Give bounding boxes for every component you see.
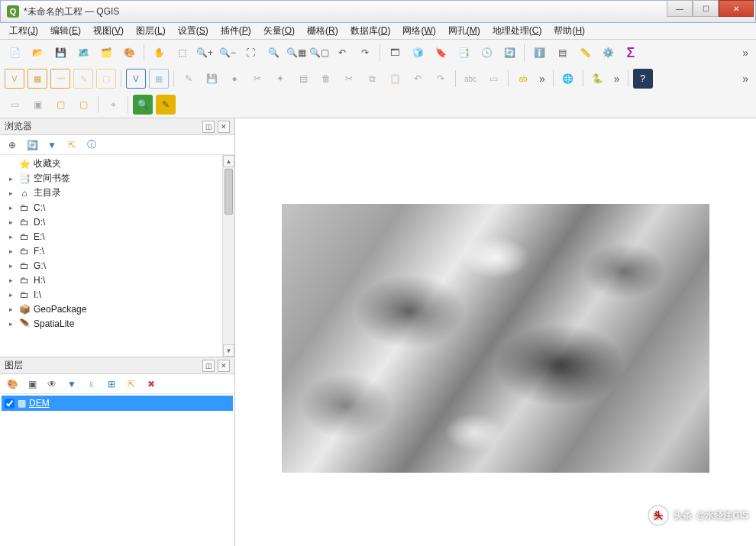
toolbox-icon[interactable]: ⚙️	[598, 43, 618, 63]
zoom-layer-icon[interactable]: 🔍▢	[309, 43, 329, 63]
menu-d[interactable]: 数据库(D)	[347, 23, 394, 39]
virtual-layer-icon[interactable]: V	[126, 69, 146, 89]
new-print-layout-icon[interactable]: 🗺️	[73, 43, 93, 63]
spatialite-icon[interactable]: ▢	[96, 69, 116, 89]
undo-icon[interactable]: ↶	[408, 69, 428, 89]
menu-h[interactable]: 帮助(H)	[551, 23, 588, 39]
zoom-full-icon[interactable]: 🔍	[263, 43, 283, 63]
paste-features-icon[interactable]: 📋	[385, 69, 405, 89]
zoom-last-icon[interactable]: ↶	[332, 43, 352, 63]
zoom-out-icon[interactable]: 🔍−	[218, 43, 237, 63]
add-layer-icon[interactable]: ⊕	[5, 137, 20, 153]
layer-row[interactable]: ▩DEM	[2, 396, 233, 411]
delete-selected-icon[interactable]: 🗑	[316, 69, 336, 89]
close-panel-button[interactable]: ✕	[218, 121, 230, 133]
menu-s[interactable]: 设置(S)	[175, 23, 212, 39]
measure-icon[interactable]: 📏	[575, 43, 595, 63]
caret-icon[interactable]: ▸	[9, 247, 15, 255]
layers-header[interactable]: 图层 ◫ ✕	[0, 357, 234, 374]
new-3d-view-icon[interactable]: 🧊	[408, 43, 428, 63]
menu-w[interactable]: 网络(W)	[399, 23, 438, 39]
new-map-view-icon[interactable]: 🗔	[385, 43, 405, 63]
filter-icon[interactable]: ▼	[44, 137, 60, 153]
copy-features-icon[interactable]: ⧉	[362, 69, 382, 89]
label-icon[interactable]: ▭	[483, 69, 503, 89]
scroll-up-button[interactable]: ▲	[223, 155, 234, 167]
tree-node[interactable]: ▸🗀F:\	[0, 244, 234, 258]
scroll-thumb[interactable]	[225, 169, 233, 215]
metasearch-icon[interactable]: 🌐	[558, 69, 578, 89]
edit-in-place-icon[interactable]: ✎	[156, 95, 176, 115]
select-all-icon[interactable]: ▣	[27, 95, 47, 115]
layout-manager-icon[interactable]: 🗂️	[96, 43, 116, 63]
properties-icon[interactable]: ⓘ	[84, 137, 99, 153]
caret-icon[interactable]: ▸	[9, 175, 15, 183]
raster-layer-icon[interactable]: ▦	[27, 69, 47, 89]
tree-node[interactable]: ▸🗀C:\	[0, 200, 234, 215]
python-console-icon[interactable]: 🐍	[588, 69, 608, 89]
add-group-icon[interactable]: ▣	[24, 376, 40, 392]
tree-node[interactable]: ▸🗀E:\	[0, 229, 234, 244]
select-location-icon[interactable]: ▢	[73, 95, 93, 115]
menu-l[interactable]: 图层(L)	[133, 23, 169, 39]
menu-c[interactable]: 地理处理(C)	[489, 23, 545, 39]
identify-icon[interactable]: ℹ️	[529, 43, 549, 63]
menu-o[interactable]: 矢量(O)	[260, 23, 298, 39]
style-manager-icon[interactable]: 🎨	[119, 43, 139, 63]
close-button[interactable]: ✕	[719, 0, 754, 17]
menu-j[interactable]: 工程(J)	[6, 23, 41, 39]
caret-icon[interactable]: ▸	[9, 218, 15, 226]
help-icon[interactable]: ?	[633, 69, 653, 89]
collapse-icon[interactable]: ⇱	[64, 137, 79, 153]
processing-icon[interactable]: 🔍	[133, 95, 153, 115]
overflow-icon[interactable]: »	[536, 73, 548, 85]
menu-m[interactable]: 网孔(M)	[445, 23, 483, 39]
menu-r[interactable]: 栅格(R)	[304, 23, 341, 39]
layers-list[interactable]: ▩DEM	[0, 394, 234, 546]
tree-node[interactable]: ▸🗀H:\	[0, 273, 234, 287]
new-bookmark-icon[interactable]: 🔖	[431, 43, 451, 63]
overflow-icon[interactable]: »	[739, 47, 751, 59]
statistics-icon[interactable]: Σ	[621, 43, 641, 63]
modify-attrs-icon[interactable]: ▤	[293, 69, 313, 89]
undock-button[interactable]: ◫	[202, 121, 215, 133]
zoom-selection-icon[interactable]: 🔍▦	[286, 43, 306, 63]
refresh-icon[interactable]: 🔄	[24, 137, 40, 153]
redo-icon[interactable]: ↷	[431, 69, 451, 89]
delimited-text-icon[interactable]: ✎	[73, 69, 93, 89]
layer-visibility-checkbox[interactable]	[5, 399, 15, 409]
overflow-icon[interactable]: »	[739, 73, 751, 85]
pan-icon[interactable]: ✋	[149, 43, 169, 63]
cut-features-icon[interactable]: ✂	[339, 69, 359, 89]
tree-node[interactable]: ▸🪶SpatiaLite	[0, 316, 234, 331]
tree-node[interactable]: ▸🗀G:\	[0, 258, 234, 273]
tree-node[interactable]: ▸📦GeoPackage	[0, 302, 234, 316]
tree-node[interactable]: ▸⌂主目录	[0, 186, 234, 200]
caret-icon[interactable]: ▸	[9, 305, 15, 313]
expression-filter-icon[interactable]: ε	[84, 376, 99, 392]
edit-save-icon[interactable]: 💾	[202, 69, 221, 89]
menu-p[interactable]: 插件(P)	[218, 23, 254, 39]
save-project-icon[interactable]: 💾	[50, 43, 70, 63]
caret-icon[interactable]: ▸	[9, 291, 15, 299]
undock-button[interactable]: ◫	[202, 360, 215, 372]
refresh-icon[interactable]: 🔄	[499, 43, 519, 63]
collapse-all-icon[interactable]: ⇱	[124, 376, 139, 392]
label-tool-icon[interactable]: ab	[513, 69, 533, 89]
minimize-button[interactable]: —	[667, 0, 693, 17]
new-project-icon[interactable]: 📄	[5, 43, 24, 63]
tree-node[interactable]: ▸🗀I:\	[0, 287, 234, 302]
vector-layer-icon[interactable]: V	[5, 69, 24, 89]
tree-node[interactable]: ▸🗀D:\	[0, 215, 234, 229]
pan-to-selection-icon[interactable]: ⬚	[172, 43, 192, 63]
zoom-next-icon[interactable]: ↷	[355, 43, 375, 63]
vertex-tool-icon[interactable]: ✦	[270, 69, 290, 89]
caret-icon[interactable]: ▸	[9, 204, 15, 212]
edit-toggle-icon[interactable]: ✎	[179, 69, 199, 89]
browser-tree[interactable]: ⭐收藏夹▸📑空间书签▸⌂主目录▸🗀C:\▸🗀D:\▸🗀E:\▸🗀F:\▸🗀G:\…	[0, 155, 234, 357]
remove-layer-icon[interactable]: ✖	[144, 376, 159, 392]
expand-all-icon[interactable]: ⊞	[104, 376, 119, 392]
tree-node[interactable]: ▸📑空间书签	[0, 171, 234, 186]
caret-icon[interactable]: ▸	[9, 320, 15, 328]
maximize-button[interactable]: ☐	[693, 0, 719, 17]
